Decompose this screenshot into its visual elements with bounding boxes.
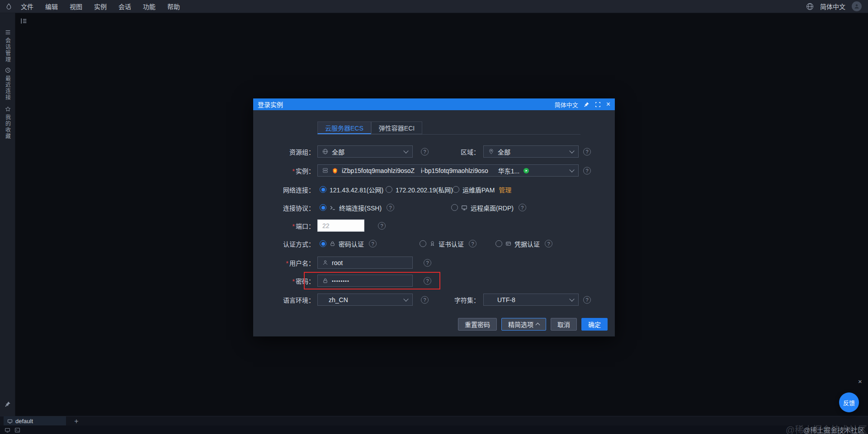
feedback-button[interactable]: 反馈 [839,392,859,412]
radio-icon[interactable] [386,186,392,193]
help-icon[interactable]: ? [369,240,377,247]
radio-icon[interactable] [495,240,502,247]
menu-edit[interactable]: 编辑 [39,2,64,11]
fullscreen-icon[interactable] [595,102,601,107]
instance-select[interactable]: iZbp15fotq9maohlzi9osoZ i-bp15fotq9maohl… [317,164,579,177]
menu-instance[interactable]: 实例 [88,2,113,11]
monitor-icon [461,205,467,211]
reset-password-button[interactable]: 重置密码 [458,318,497,331]
clock-icon [5,67,11,73]
menu-function[interactable]: 功能 [137,2,161,11]
radio-option-rdp[interactable]: 远程桌面(RDP) ? [451,203,526,212]
outline-icon[interactable] [20,17,28,27]
radio-option-credential-auth[interactable]: 凭据认证 ? [495,239,552,248]
tab-eci[interactable]: 弹性容器ECI [371,121,422,134]
radio-icon[interactable] [420,240,426,247]
help-icon[interactable]: ? [424,259,431,266]
globe-icon[interactable] [806,3,814,10]
help-icon[interactable]: ? [545,240,552,247]
radio-option-pam[interactable]: 运维盾PAM 管理 [453,185,511,194]
chevron-down-icon [403,148,408,153]
app-logo-icon [5,3,12,10]
session-tab-label: default [15,418,33,425]
avatar[interactable] [852,1,862,11]
option-label: 终端连接(SSH) [339,203,382,212]
ok-button[interactable]: 确定 [581,318,608,331]
sidebar-item-label: 我的收藏 [4,114,12,140]
manage-link[interactable]: 管理 [499,185,511,194]
username-value: root [332,259,343,266]
device-icon[interactable] [5,427,10,434]
radio-option-password-auth[interactable]: 密码认证 ? [320,239,377,248]
menu-session[interactable]: 会话 [113,2,137,11]
help-icon[interactable]: ? [583,167,591,174]
new-session-button[interactable]: + [71,416,81,426]
feedback-close-icon[interactable]: × [858,378,862,385]
radio-option-ssh[interactable]: 终端连接(SSH) ? [320,203,394,212]
menu-file[interactable]: 文件 [15,2,39,11]
help-icon[interactable]: ? [424,277,431,285]
running-status-icon [523,168,529,174]
user-icon [322,260,328,266]
chevron-down-icon [569,296,574,301]
dialog-title: 登录实例 [258,100,283,109]
resource-group-select[interactable]: 全部 [317,145,413,158]
protocol-label: 连接协议： [253,203,315,212]
sidebar-item-label: 会话管理 [4,37,12,63]
radio-icon[interactable] [453,186,459,193]
left-sidebar: 会话管理 最近连接 我的收藏 [0,13,15,416]
dialog-language-selector[interactable]: 简体中文 [555,100,578,109]
close-icon[interactable]: × [606,101,610,108]
form-row-password: *密码： •••••••• ? [253,275,615,287]
sidebar-item-recent-connections[interactable]: 最近连接 [0,67,15,101]
password-label: *密码： [253,276,315,285]
menu-help[interactable]: 帮助 [161,2,186,11]
radio-icon[interactable] [320,240,326,247]
cancel-button[interactable]: 取消 [551,318,577,331]
chevron-down-icon [569,167,574,172]
port-input[interactable]: 22 [317,219,364,232]
tab-ecs[interactable]: 云服务器ECS [317,121,371,134]
pin-icon[interactable] [5,401,11,409]
option-label: 172.20.202.19(私网) [396,185,453,194]
form-row-resource-group: 资源组： 全部 ? 区域： 全部 ? [253,145,615,158]
terminal-status-icon[interactable] [14,427,20,434]
chevron-up-icon [536,323,540,327]
language-selector[interactable]: 简体中文 [820,2,845,11]
radio-option-cert-auth[interactable]: 证书认证 ? [420,239,476,248]
radio-option-public-ip[interactable]: 121.43.42.81(公网) [320,185,383,194]
auth-label: 认证方式： [253,239,315,248]
radio-icon[interactable] [451,204,458,211]
instance-label: *实例： [253,166,315,175]
help-icon[interactable]: ? [378,222,386,229]
help-icon[interactable]: ? [469,240,476,247]
pin-icon[interactable] [584,102,590,107]
help-icon[interactable]: ? [519,204,526,211]
sidebar-item-session-manager[interactable]: 会话管理 [0,29,15,63]
topbar-right: 简体中文 [806,1,868,11]
sidebar-item-label: 最近连接 [4,75,12,101]
radio-icon[interactable] [320,204,326,211]
radio-icon[interactable] [320,186,326,193]
locale-label: 语言环境： [253,295,315,304]
help-icon[interactable]: ? [583,296,591,303]
sidebar-item-favorites[interactable]: 我的收藏 [0,106,15,140]
charset-label: 字符集： [418,295,480,304]
help-icon[interactable]: ? [583,148,591,155]
session-tab-default[interactable]: default [4,416,66,426]
list-icon [5,29,11,35]
menu-view[interactable]: 视图 [64,2,88,11]
charset-select[interactable]: UTF-8 [483,294,579,306]
radio-option-private-ip[interactable]: 172.20.202.19(私网) [386,185,453,194]
locale-select[interactable]: zh_CN [317,294,413,306]
status-bar [0,425,868,434]
dialog-titlebar[interactable]: 登录实例 简体中文 × [253,98,615,110]
password-input[interactable]: •••••••• [317,275,413,287]
simple-options-button[interactable]: 精简选项 [501,318,546,331]
chevron-down-icon [403,296,408,301]
dialog-titlebar-actions: 简体中文 × [555,100,610,109]
dialog-tabs: 云服务器ECS 弹性容器ECI [317,121,422,134]
username-input[interactable]: root [317,257,413,269]
region-select[interactable]: 全部 [483,145,579,158]
help-icon[interactable]: ? [387,204,394,211]
